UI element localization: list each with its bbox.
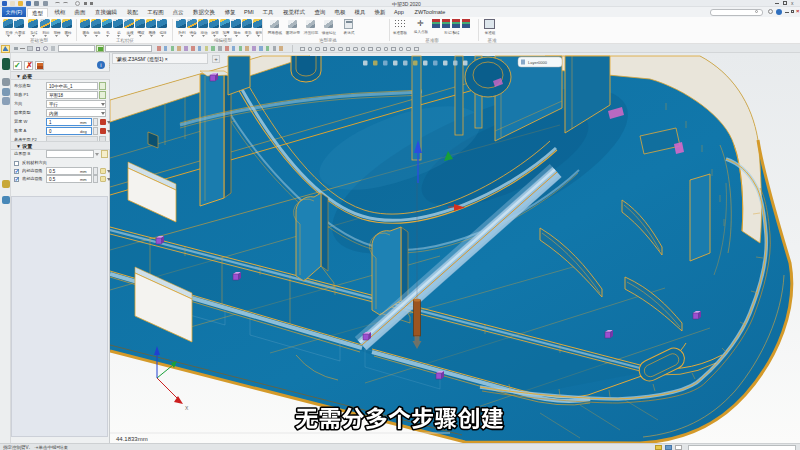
svg-text:44.1833mm: 44.1833mm [116, 436, 148, 442]
svg-text:Layer0000: Layer0000 [528, 60, 548, 65]
